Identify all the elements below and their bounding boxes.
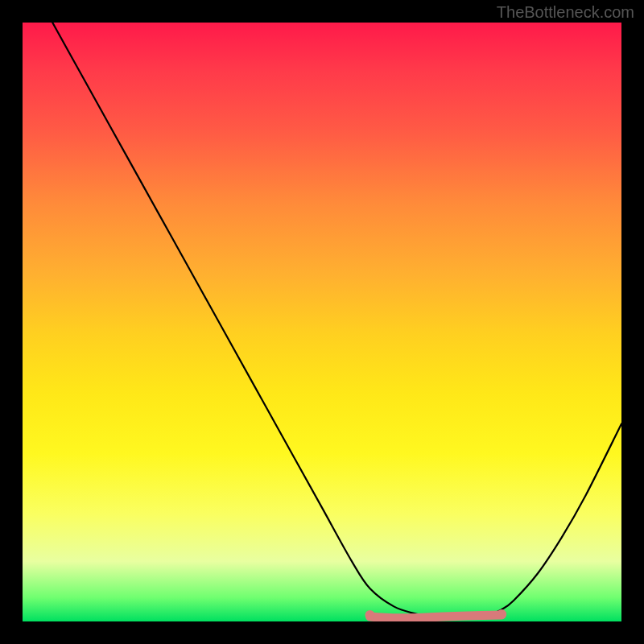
plot-area (23, 23, 621, 621)
watermark-text: TheBottleneck.com (497, 3, 634, 22)
bottleneck-curve (52, 23, 621, 618)
optimal-range-start-dot (365, 610, 375, 620)
chart-svg (23, 23, 621, 621)
optimal-range-end-dot (497, 609, 506, 619)
optimal-range-marker (370, 615, 502, 618)
